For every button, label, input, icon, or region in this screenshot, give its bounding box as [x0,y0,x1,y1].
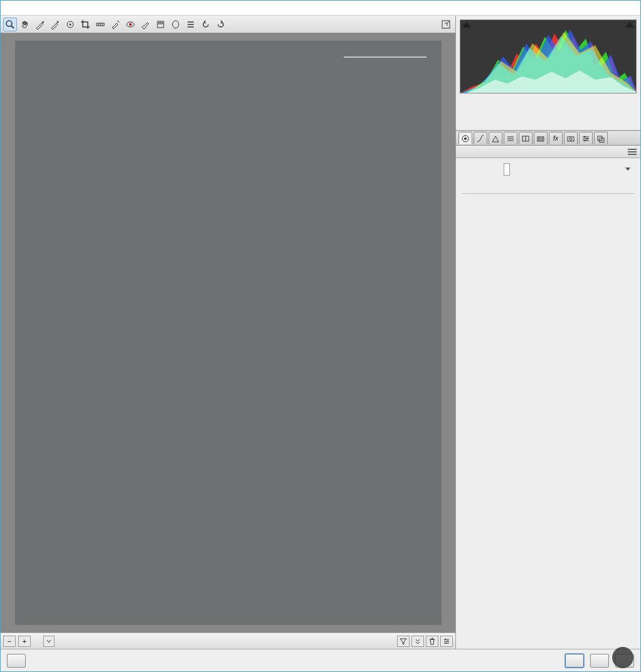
red-eye-tool-icon[interactable] [124,18,137,31]
watermark [612,647,636,668]
white-balance-tool-icon[interactable] [33,18,47,31]
window-title [1,1,640,16]
tab-basic-icon[interactable] [458,132,472,144]
histogram[interactable] [460,19,637,93]
brand-underline [344,56,426,58]
svg-point-39 [586,137,588,139]
readout-row [456,96,640,131]
rotate-left-icon[interactable] [199,18,213,31]
tab-presets-icon[interactable] [579,132,593,144]
tab-hsl-icon[interactable] [504,132,517,144]
content-area: − + [1,16,640,649]
wb-select[interactable] [504,163,510,176]
spot-removal-tool-icon[interactable] [109,18,122,31]
preview-pane: − + [1,16,456,649]
svg-point-10 [129,23,132,26]
highlight-clip-icon[interactable] [625,21,634,28]
rgb-readout [461,97,504,127]
svg-point-23 [445,643,447,644]
svg-rect-12 [157,21,164,24]
trash-icon[interactable] [426,636,438,647]
exif-readout [504,97,635,127]
tab-snapshots-icon[interactable] [594,132,608,144]
graduated-filter-tool-icon[interactable] [154,18,167,31]
svg-point-13 [172,21,179,28]
canvas-viewport[interactable] [1,33,455,632]
svg-point-38 [584,136,586,137]
svg-point-25 [464,137,467,140]
rotate-right-icon[interactable] [214,18,228,31]
toolbar [1,16,455,33]
target-adjust-tool-icon[interactable] [63,18,77,31]
radial-filter-tool-icon[interactable] [169,18,183,31]
color-checker-image [15,41,442,625]
settings-icon[interactable] [440,636,453,647]
footer-bar [1,649,640,671]
app-window: − + [0,0,641,672]
preview-status-bar: − + [1,632,455,649]
cancel-button[interactable] [590,654,609,668]
hand-tool-icon[interactable] [18,18,32,31]
zoom-in-button[interactable]: + [18,636,31,647]
open-image-button[interactable] [565,654,584,668]
panel-menu-icon[interactable] [628,149,637,155]
svg-point-2 [57,21,59,23]
tab-split-icon[interactable] [519,132,532,144]
tab-fx-icon[interactable]: fx [549,132,563,144]
straighten-tool-icon[interactable] [93,18,107,31]
basic-panel [456,158,640,649]
svg-point-34 [569,137,572,140]
svg-point-4 [70,23,72,25]
adjust-pane: fx [456,16,640,649]
tab-detail-icon[interactable] [489,132,502,144]
fullscreen-icon[interactable] [439,18,453,31]
crop-tool-icon[interactable] [78,18,92,31]
svg-point-21 [445,639,446,640]
svg-rect-32 [539,138,543,140]
panel-title [456,146,640,158]
zoom-out-button[interactable]: − [3,636,16,647]
save-image-button[interactable] [7,654,26,668]
shadow-clip-icon[interactable] [462,21,471,28]
svg-point-40 [585,139,586,141]
filter-icon[interactable] [397,636,410,647]
svg-point-0 [6,21,12,26]
adjustment-brush-tool-icon[interactable] [139,18,152,31]
tab-curve-icon[interactable] [474,132,487,144]
panel-tabs: fx [456,131,640,146]
rating-icon[interactable] [411,636,424,647]
preferences-icon[interactable] [184,18,198,31]
watermark-logo-icon [612,647,633,668]
tab-lens-icon[interactable] [534,132,548,144]
color-sampler-tool-icon[interactable] [48,18,62,31]
svg-line-1 [11,26,14,28]
zoom-tool-icon[interactable] [3,18,17,31]
svg-point-22 [447,641,448,642]
tab-camera-icon[interactable] [564,132,578,144]
zoom-dropdown-icon[interactable] [43,636,55,647]
